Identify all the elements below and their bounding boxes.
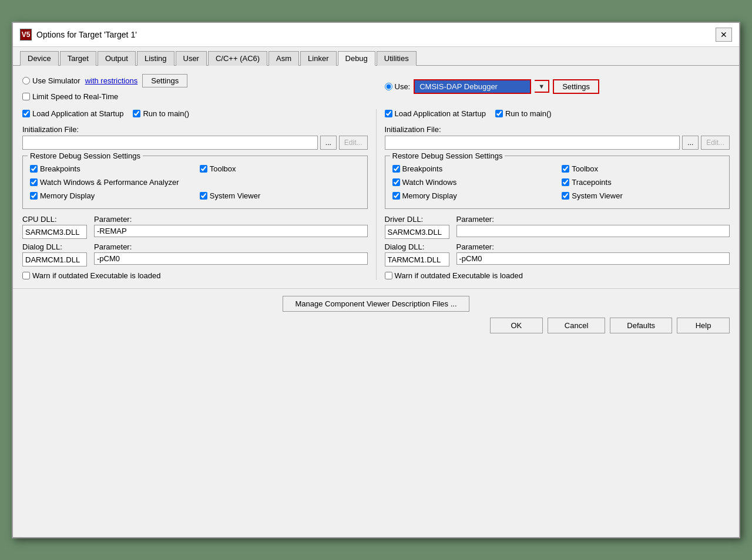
tab-output[interactable]: Output: [98, 51, 136, 66]
right-toolbox-label: Toolbox: [572, 164, 598, 173]
left-init-file-label: Initialization File:: [22, 125, 368, 134]
right-load-row: Load Application at Startup Run to main(…: [385, 109, 730, 120]
right-driver-param-label: Parameter:: [456, 215, 730, 224]
left-dll-section: CPU DLL: Parameter: Dialog DLL:: [22, 215, 368, 266]
right-load-app-checkbox[interactable]: [385, 110, 392, 117]
left-cpu-dll-row: CPU DLL: Parameter:: [22, 215, 368, 239]
left-init-file-input[interactable]: [22, 136, 318, 150]
left-run-main-checkbox[interactable]: [133, 110, 140, 117]
left-browse-button[interactable]: ...: [320, 136, 337, 150]
right-system-viewer-row: System Viewer: [562, 191, 722, 200]
left-breakpoints-label: Breakpoints: [40, 164, 80, 173]
left-toolbox-checkbox[interactable]: [200, 165, 207, 173]
right-dialog-dll-col: Dialog DLL:: [385, 242, 449, 266]
right-dialog-dll-input[interactable]: [385, 252, 449, 266]
left-dialog-param-input[interactable]: [94, 252, 368, 265]
left-load-row: Load Application at Startup Run to main(…: [22, 109, 368, 120]
right-init-file-section: Initialization File: ... Edit...: [385, 125, 730, 150]
left-edit-button[interactable]: Edit...: [339, 136, 368, 150]
right-run-main-checkbox[interactable]: [495, 110, 503, 117]
right-breakpoints-checkbox[interactable]: [392, 165, 400, 173]
right-warn-label: Warn if outdated Executable is loaded: [395, 271, 523, 280]
tab-device[interactable]: Device: [20, 51, 59, 66]
left-watch-label: Watch Windows & Performance Analyzer: [40, 178, 179, 187]
right-tracepoints-label: Tracepoints: [572, 178, 611, 187]
left-breakpoints-checkbox[interactable]: [30, 165, 38, 173]
right-driver-param-input[interactable]: [456, 225, 730, 237]
top-row: Use Simulator with restrictions Settings…: [22, 74, 730, 103]
right-init-file-inputs: ... Edit...: [385, 136, 730, 150]
use-radio-label[interactable]: Use:: [385, 82, 411, 91]
left-run-main-row: Run to main(): [133, 109, 189, 118]
action-buttons: OK Cancel Defaults Help: [22, 318, 730, 333]
simulator-pane: Use Simulator with restrictions Settings…: [22, 74, 368, 103]
limit-speed-checkbox[interactable]: [22, 93, 30, 100]
left-dialog-dll-row: Dialog DLL: Parameter:: [22, 242, 368, 266]
left-dialog-dll-col: Dialog DLL:: [22, 242, 87, 266]
defaults-button[interactable]: Defaults: [610, 318, 672, 333]
use-simulator-text: Use Simulator: [32, 76, 80, 85]
right-memory-row: Memory Display: [392, 191, 553, 200]
left-restore-group: Restore Debug Session Settings Breakpoin…: [22, 156, 368, 209]
left-settings-button[interactable]: Settings: [142, 74, 187, 87]
manage-component-button[interactable]: Manage Component Viewer Description File…: [283, 296, 469, 312]
use-radio[interactable]: [385, 83, 392, 90]
left-watch-row: Watch Windows & Performance Analyzer: [30, 178, 360, 187]
right-tracepoints-row: Tracepoints: [562, 178, 722, 187]
right-settings-button[interactable]: Settings: [553, 79, 599, 94]
left-warn-checkbox[interactable]: [22, 272, 30, 279]
left-warn-row: Warn if outdated Executable is loaded: [22, 271, 368, 280]
right-toolbox-checkbox[interactable]: [562, 165, 569, 173]
tab-linker[interactable]: Linker: [300, 51, 336, 66]
use-simulator-label[interactable]: Use Simulator: [22, 76, 80, 85]
bottom-bar: Manage Component Viewer Description File…: [13, 288, 739, 340]
close-button[interactable]: ✕: [716, 28, 732, 42]
cancel-button[interactable]: Cancel: [548, 318, 605, 333]
debugger-dropdown-arrow[interactable]: ▼: [535, 80, 549, 93]
tab-debug[interactable]: Debug: [338, 51, 375, 66]
left-load-app-row: Load Application at Startup: [22, 109, 123, 118]
left-cpu-dll-col: CPU DLL:: [22, 215, 87, 239]
right-load-app-label: Load Application at Startup: [395, 109, 486, 118]
left-load-app-checkbox[interactable]: [22, 110, 30, 117]
left-cpu-param-input[interactable]: [94, 225, 368, 237]
left-init-file-section: Initialization File: ... Edit...: [22, 125, 368, 150]
right-memory-checkbox[interactable]: [392, 192, 400, 200]
right-init-file-label: Initialization File:: [385, 125, 730, 134]
tab-user[interactable]: User: [176, 51, 207, 66]
left-cpu-param-col: Parameter:: [94, 215, 368, 237]
debugger-dropdown[interactable]: CMSIS-DAP Debugger: [414, 79, 531, 94]
use-simulator-radio[interactable]: [22, 77, 30, 85]
tab-asm[interactable]: Asm: [268, 51, 299, 66]
left-system-viewer-checkbox[interactable]: [200, 192, 207, 200]
right-init-file-input[interactable]: [385, 136, 680, 150]
right-run-main-row: Run to main(): [495, 109, 552, 118]
right-driver-dll-input[interactable]: [385, 225, 449, 239]
tab-listing[interactable]: Listing: [137, 51, 174, 66]
tab-target[interactable]: Target: [60, 51, 96, 66]
left-memory-checkbox[interactable]: [30, 192, 38, 200]
use-text: Use:: [395, 82, 411, 91]
left-cpu-dll-input[interactable]: [22, 225, 87, 239]
right-edit-button[interactable]: Edit...: [701, 136, 730, 150]
right-watch-checkbox[interactable]: [392, 178, 400, 186]
with-restrictions-link[interactable]: with restrictions: [85, 76, 138, 85]
right-dialog-param-input[interactable]: [456, 252, 730, 265]
right-tracepoints-checkbox[interactable]: [562, 178, 569, 186]
right-system-viewer-checkbox[interactable]: [562, 192, 569, 200]
left-watch-checkbox[interactable]: [30, 178, 38, 186]
left-dialog-dll-input[interactable]: [22, 252, 87, 266]
right-browse-button[interactable]: ...: [682, 136, 699, 150]
right-action-group: OK Cancel Defaults Help: [490, 318, 730, 333]
help-button[interactable]: Help: [677, 318, 730, 333]
right-warn-checkbox[interactable]: [385, 272, 392, 279]
tab-utilities[interactable]: Utilities: [377, 51, 417, 66]
left-init-file-inputs: ... Edit...: [22, 136, 368, 150]
left-dialog-dll-label: Dialog DLL:: [22, 242, 87, 251]
left-run-main-label: Run to main(): [143, 109, 189, 118]
right-restore-content: Breakpoints Toolbox Watch Windows T: [392, 164, 723, 203]
tab-cpp[interactable]: C/C++ (AC6): [208, 51, 267, 66]
left-restore-group-title: Restore Debug Session Settings: [28, 151, 143, 160]
ok-button[interactable]: OK: [490, 318, 543, 333]
window-title: Options for Target 'Target 1': [36, 30, 137, 39]
